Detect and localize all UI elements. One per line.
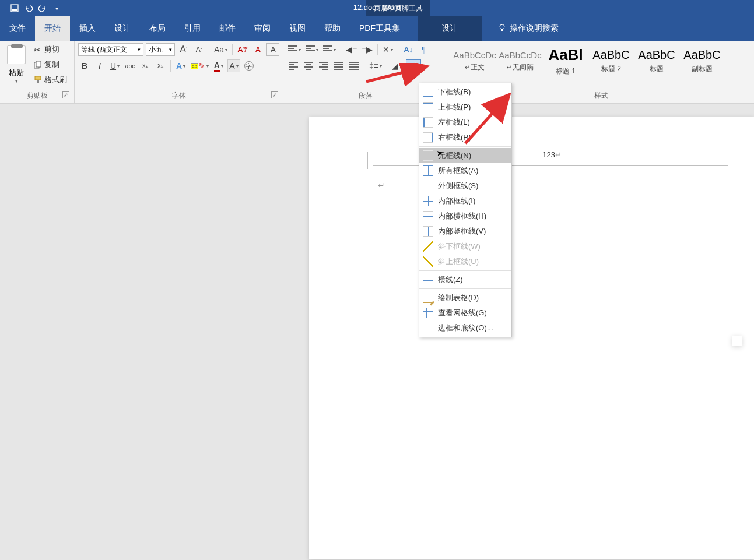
tab-layout[interactable]: 布局 — [140, 16, 175, 41]
save-icon[interactable] — [10, 4, 19, 12]
style-card-正文[interactable]: AaBbCcDc↵正文 — [452, 43, 497, 77]
style-sample: AaBl — [548, 46, 583, 64]
border-menu-draw[interactable]: 绘制表格(D) — [419, 290, 511, 305]
subscript-button[interactable]: X2 — [139, 59, 152, 72]
font-color-button[interactable]: A▾ — [212, 59, 225, 72]
multilevel-list-button[interactable]: ▾ — [322, 43, 337, 56]
border-menu-inh[interactable]: 内部横框线(H) — [419, 209, 511, 224]
copy-button[interactable]: 复制 — [31, 58, 69, 71]
group-clipboard-label: 剪贴板 ⤢ — [3, 89, 71, 103]
tab-view[interactable]: 视图 — [280, 16, 315, 41]
format-painter-icon — [34, 76, 42, 84]
highlight-button[interactable]: ab✎▾ — [190, 59, 210, 72]
border-menu-page[interactable]: 边框和底纹(O)... — [419, 320, 511, 336]
align-justify-button[interactable] — [332, 59, 345, 72]
border-menu-grid[interactable]: 查看网格线(G) — [419, 305, 511, 320]
show-paragraph-marks-button[interactable]: ¶ — [417, 43, 430, 56]
header-margin-marker-right — [724, 168, 734, 181]
tab-pdf[interactable]: PDF工具集 — [350, 16, 409, 41]
tab-references[interactable]: 引用 — [175, 16, 210, 41]
cut-button[interactable]: ✂ 剪切 — [31, 43, 69, 56]
tab-help[interactable]: 帮助 — [315, 16, 350, 41]
border-menu-all[interactable]: 所有框线(A) — [419, 163, 511, 178]
border-menu-outside[interactable]: 外侧框线(S) — [419, 178, 511, 193]
paste-button[interactable]: 粘贴 ▾ — [3, 43, 29, 86]
tell-me-search[interactable]: 操作说明搜索 — [482, 16, 568, 41]
superscript-button[interactable]: X2 — [154, 59, 167, 72]
change-case-button[interactable]: Aa▾ — [213, 43, 229, 56]
strikethrough-button[interactable]: abc — [124, 59, 136, 72]
style-card-标题 2[interactable]: AaBbC标题 2 — [588, 43, 634, 77]
align-left-button[interactable] — [287, 59, 300, 72]
redo-icon[interactable] — [38, 4, 47, 12]
tab-mailings[interactable]: 邮件 — [210, 16, 245, 41]
tab-file[interactable]: 文件 — [0, 16, 35, 41]
font-launcher-icon[interactable]: ⤢ — [271, 91, 278, 98]
clear-formatting-button[interactable]: A — [251, 43, 264, 56]
style-card-无间隔[interactable]: AaBbCcDc↵无间隔 — [497, 43, 543, 77]
style-card-标题 1[interactable]: AaBl标题 1 — [543, 43, 588, 77]
border-diagup-icon — [423, 256, 433, 267]
numbering-button[interactable]: ▾ — [304, 43, 320, 56]
border-menu-label: 斜上框线(U) — [438, 256, 479, 267]
cut-label: 剪切 — [44, 44, 59, 55]
border-menu-hline[interactable]: 横线(Z) — [419, 272, 511, 287]
style-sample: AaBbCcDc — [453, 50, 496, 60]
style-card-副标题[interactable]: AaBbC副标题 — [679, 43, 725, 77]
paragraph-mark: ↵ — [378, 181, 385, 190]
border-bottom-icon — [423, 87, 433, 97]
asian-layout-button[interactable]: ✕▾ — [381, 43, 394, 56]
align-right-button[interactable] — [317, 59, 330, 72]
shrink-font-button[interactable]: Aˇ — [192, 43, 205, 56]
character-border-button[interactable]: A — [266, 43, 279, 56]
tab-context-design[interactable]: 设计 — [418, 16, 482, 41]
tab-review[interactable]: 审阅 — [245, 16, 280, 41]
ribbon-tabs: 文件 开始 插入 设计 布局 引用 邮件 审阅 视图 帮助 PDF工具集 设计 … — [0, 16, 754, 41]
text-effects-button[interactable]: A▾ — [174, 59, 187, 72]
border-grid-icon — [423, 308, 433, 318]
border-inv-icon — [423, 226, 433, 237]
style-name: ↵正文 — [465, 62, 485, 72]
style-name: 副标题 — [692, 64, 713, 74]
align-center-button[interactable] — [302, 59, 315, 72]
character-shading-button[interactable]: A▾ — [227, 59, 240, 72]
border-menu-label: 所有框线(A) — [438, 165, 478, 176]
qat-customize-icon[interactable]: ▾ — [52, 4, 61, 12]
tab-home[interactable]: 开始 — [35, 16, 70, 41]
decrease-indent-button[interactable]: ◀≡ — [345, 43, 358, 56]
border-diagdown-icon — [423, 241, 433, 252]
svg-rect-1 — [12, 9, 17, 11]
font-name-select[interactable]: 等线 (西文正文▾ — [78, 43, 143, 56]
style-card-标题[interactable]: AaBbC标题 — [634, 43, 679, 77]
distributed-button[interactable] — [348, 59, 360, 72]
bold-button[interactable]: B — [78, 59, 91, 72]
svg-rect-6 — [35, 76, 41, 80]
increase-indent-button[interactable]: ≡▶ — [360, 43, 374, 56]
sort-button[interactable]: A↓ — [402, 43, 415, 56]
undo-icon[interactable] — [24, 4, 33, 12]
style-name: 标题 — [650, 64, 664, 74]
group-font-label: 字体 ⤢ — [78, 89, 279, 103]
bullets-button[interactable]: ▾ — [287, 43, 302, 56]
italic-button[interactable]: I — [93, 59, 106, 72]
underline-button[interactable]: U▾ — [108, 59, 121, 72]
context-tool-label: 页眉和页脚工具 — [366, 0, 430, 16]
phonetic-guide-button[interactable]: A字 — [236, 43, 249, 56]
border-all-icon — [423, 165, 433, 176]
tab-insert[interactable]: 插入 — [70, 16, 105, 41]
style-sample: AaBbC — [638, 48, 675, 62]
enclose-characters-button[interactable]: 字 — [243, 59, 255, 72]
document-page[interactable]: 123↵ ↵ — [309, 117, 754, 559]
clipboard-launcher-icon[interactable]: ⤢ — [62, 91, 69, 98]
format-painter-button[interactable]: 格式刷 — [31, 73, 69, 86]
svg-point-2 — [500, 24, 504, 29]
tab-design[interactable]: 设计 — [105, 16, 140, 41]
svg-rect-5 — [36, 61, 41, 67]
format-painter-label: 格式刷 — [44, 75, 67, 85]
font-size-select[interactable]: 小五▾ — [146, 43, 175, 56]
border-menu-inside[interactable]: 内部框线(I) — [419, 193, 511, 209]
grow-font-button[interactable]: Aˆ — [177, 43, 190, 56]
header-text[interactable]: 123↵ — [542, 150, 562, 159]
border-menu-inv[interactable]: 内部竖框线(V) — [419, 224, 511, 239]
border-menu-label: 横线(Z) — [438, 274, 463, 285]
